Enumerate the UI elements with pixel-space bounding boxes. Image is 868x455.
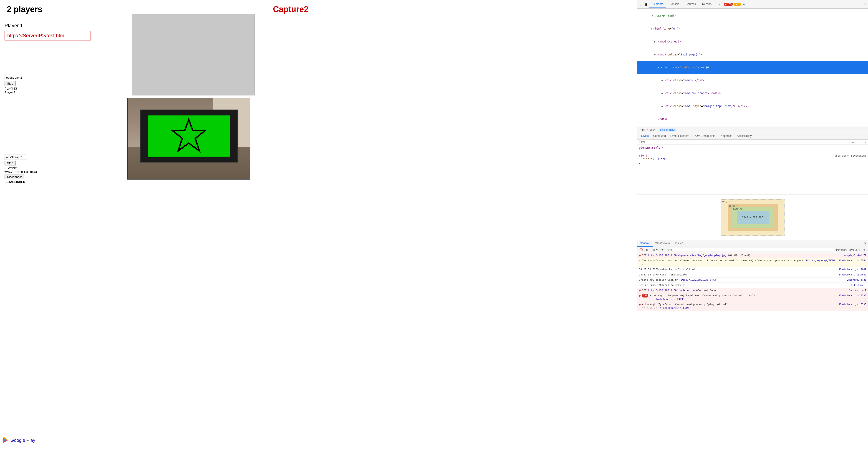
html-line-html[interactable]: ▶<html lang="en"> bbox=[637, 22, 868, 35]
console-filter-input[interactable] bbox=[667, 248, 834, 251]
console-source-2[interactable]: flashphoner.js:14042 bbox=[839, 268, 866, 271]
device-icon[interactable]: 📱 bbox=[644, 2, 648, 6]
html-line-row2[interactable]: ▶ <div class="row row-space">…</div> bbox=[637, 87, 868, 100]
styles-tab-properties[interactable]: Properties bbox=[717, 133, 735, 139]
close-devtools-button[interactable]: ✕ bbox=[864, 2, 866, 6]
html-line-doctype[interactable]: <!DOCTYPE html> bbox=[637, 9, 868, 22]
video-placeholder-1 bbox=[132, 13, 255, 95]
console-source-5[interactable]: utils.js:216 bbox=[850, 284, 866, 287]
settings-icon[interactable]: ⚙ bbox=[742, 2, 746, 6]
css-rule-div: user agent stylesheet div { display: blo… bbox=[639, 154, 866, 164]
css-rule-element-style: element.style { } bbox=[639, 146, 866, 153]
breadcrumb-html[interactable]: html bbox=[639, 128, 646, 132]
html-line-container[interactable]: ▼ <div class="container"> == $0 bbox=[637, 61, 868, 74]
stream2-name-input[interactable] bbox=[5, 155, 27, 160]
tab-sources[interactable]: Sources bbox=[683, 1, 699, 7]
close-console-button[interactable]: ✕ bbox=[863, 240, 868, 247]
console-msg-1: ▶ The AudioContext was not allowed to st… bbox=[637, 258, 868, 267]
tab-elements[interactable]: Elements bbox=[649, 1, 666, 7]
box-border-label: border bbox=[729, 204, 737, 207]
box-padding-label: padding - bbox=[733, 208, 745, 210]
plus-label[interactable]: + bbox=[862, 141, 864, 143]
console-toolbar: 🚫 ⏸ top 👁 Default levels ▾ ⚙ bbox=[637, 247, 868, 253]
stop-button-1[interactable]: Stop bbox=[5, 81, 16, 86]
styles-tab-event-listeners[interactable]: Event Listeners bbox=[668, 133, 691, 139]
stream1-status: PLAYING bbox=[5, 87, 27, 90]
console-link-7[interactable]: flashphoner.js:13190 bbox=[654, 298, 684, 301]
styles-filter-right: :hov .cls + ⊕ bbox=[848, 141, 866, 143]
stream1-name-input[interactable] bbox=[5, 75, 27, 80]
stream2-controls: Stop PLAYING wss://192.168.1.30:8443 Dis… bbox=[5, 155, 37, 184]
console-msg-8: ● ▶ Uncaught TypeError: Cannot read prop… bbox=[637, 302, 868, 311]
console-eye-button[interactable]: 👁 bbox=[661, 248, 665, 252]
stream2-status: PLAYING bbox=[5, 166, 37, 170]
tab-more[interactable]: » bbox=[716, 1, 723, 7]
console-msg-2: 18:27:39 INFO websocket – Initialized fl… bbox=[637, 267, 868, 272]
box-content: 1349 × 889.906 bbox=[737, 211, 769, 224]
styles-tab-dom-breakpoints[interactable]: DOM Breakpoints bbox=[691, 133, 718, 139]
inspect-icon[interactable]: ⛶ bbox=[639, 2, 643, 6]
tab-network[interactable]: Network bbox=[700, 1, 715, 7]
error-icon-8: ● bbox=[639, 303, 641, 306]
breadcrumb-body[interactable]: body bbox=[649, 128, 656, 132]
default-levels-label[interactable]: Default levels ▾ bbox=[836, 249, 860, 251]
console-tab-console[interactable]: Console bbox=[637, 240, 653, 247]
console-msg-5: Resize from 1280x720 to 322x181 utils.js… bbox=[637, 283, 868, 288]
hov-label[interactable]: :hov bbox=[848, 141, 855, 143]
console-link-8[interactable]: flashphoner.js:13190 bbox=[660, 306, 690, 310]
console-source-3[interactable]: flashphoner.js:14042 bbox=[839, 273, 866, 277]
console-link-0[interactable]: http://192.168.1.30/dependencies/img/goo… bbox=[648, 254, 726, 257]
cls-label[interactable]: .cls bbox=[855, 141, 861, 143]
svg-marker-0 bbox=[173, 120, 205, 151]
google-play-section: Google Play bbox=[2, 437, 35, 444]
styles-tab-accessibility[interactable]: Accessibility bbox=[735, 133, 754, 139]
more-label: ⊕ bbox=[865, 141, 866, 143]
console-tabs: Console What's New Issues ✕ bbox=[637, 240, 868, 247]
console-source-4[interactable]: 2players.js:23 bbox=[847, 278, 866, 282]
warning-badge: ▲ 1 bbox=[734, 3, 741, 6]
styles-tab-styles[interactable]: Styles bbox=[639, 133, 651, 139]
html-line-row1[interactable]: ▶ <div class="row">…</div> bbox=[637, 74, 868, 87]
tab-console[interactable]: Console bbox=[667, 1, 682, 7]
box-margin-outer: margin border padding - 1349 × 889.906 bbox=[721, 199, 784, 236]
html-line-head[interactable]: ▶ <head>…</head> bbox=[637, 35, 868, 48]
tv-screen bbox=[148, 116, 230, 157]
player1-section: Player 1 bbox=[5, 23, 91, 40]
console-link-4[interactable]: wss://192.168.1.30:8443 bbox=[681, 279, 716, 281]
google-play-icon bbox=[2, 437, 9, 444]
console-tab-issues[interactable]: Issues bbox=[673, 240, 686, 247]
html-line-row3[interactable]: ▶ <div class="row" style="margin-top: 70… bbox=[637, 100, 868, 113]
console-link-6[interactable]: http://192.168.1.30/favicon.ico bbox=[648, 289, 695, 292]
console-source-0[interactable]: wcsplay3.html:77 bbox=[844, 254, 866, 257]
tv-frame bbox=[140, 109, 238, 162]
console-link-1[interactable]: https://goo.gl/7K7WLu bbox=[642, 259, 836, 266]
console-source-8[interactable]: flashphoner.js:13190 bbox=[839, 303, 866, 306]
styles-filter-input[interactable] bbox=[639, 140, 847, 143]
box-model: margin border padding - 1349 × 889.906 bbox=[721, 199, 784, 236]
google-play-link[interactable]: Google Play bbox=[10, 438, 35, 443]
page-title: 2 players bbox=[7, 4, 630, 14]
star-icon bbox=[170, 118, 207, 154]
console-context-select[interactable]: top bbox=[651, 248, 659, 251]
console-clear-button[interactable]: 🚫 bbox=[639, 248, 643, 252]
console-tab-whats-new[interactable]: What's New bbox=[653, 240, 673, 247]
error-icon-0: ● bbox=[639, 254, 641, 257]
breadcrumb-container[interactable]: div.container bbox=[659, 128, 676, 132]
console-settings-button[interactable]: ⚙ bbox=[862, 248, 866, 252]
wss-url-label: wss://192.168.1.30:8443 bbox=[5, 170, 37, 174]
console-pause-button[interactable]: ⏸ bbox=[645, 248, 649, 252]
html-line-close-div[interactable]: </div> bbox=[637, 113, 868, 126]
html-line-body[interactable]: ▼ <body onload="init_page()"> bbox=[637, 48, 868, 61]
disconnect-button[interactable]: Disconnect bbox=[5, 174, 24, 179]
box-model-section: margin border padding - 1349 × 889.906 bbox=[637, 195, 868, 240]
url-input[interactable] bbox=[5, 31, 91, 40]
console-source-6[interactable]: favicon.ico:1 bbox=[848, 289, 866, 292]
styles-tab-computed[interactable]: Computed bbox=[651, 133, 668, 139]
console-msg-4: Create new session with url wss://192.16… bbox=[637, 278, 868, 283]
console-source-7[interactable]: flashphoner.js:13190 bbox=[839, 294, 866, 297]
stop-button-2[interactable]: Stop bbox=[5, 161, 16, 165]
warn-icon-1: ▶ bbox=[639, 259, 641, 262]
console-source-1[interactable]: flashphoner.js:10364 bbox=[839, 259, 866, 262]
devtools-toolbar: ⛶ 📱 Elements Console Sources Network » ●… bbox=[637, 0, 868, 9]
player2-label: Player 2 bbox=[5, 91, 27, 94]
